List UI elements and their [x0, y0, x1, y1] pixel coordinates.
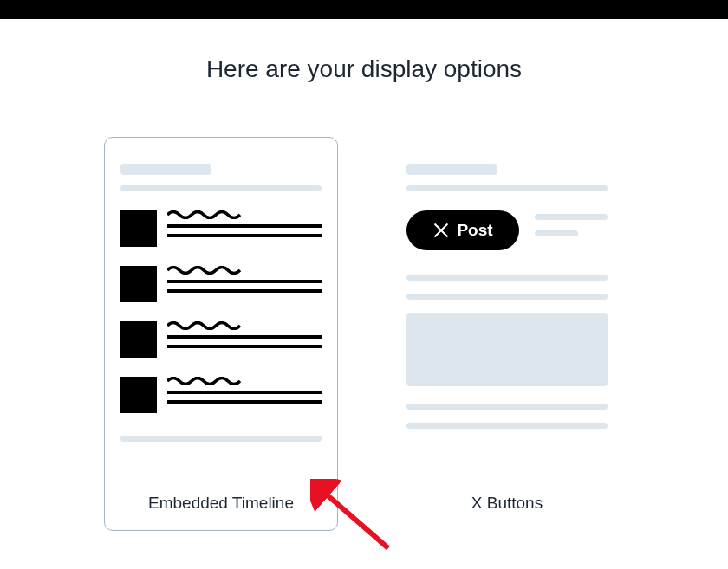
- text-line-placeholder: [167, 345, 322, 348]
- text-line-placeholder: [167, 234, 322, 237]
- post-button-label: Post: [457, 221, 492, 240]
- preview-placeholder-bar: [406, 294, 608, 300]
- timeline-item: [120, 266, 322, 302]
- text-line-placeholder: [167, 280, 322, 283]
- preview-placeholder-bar: [120, 185, 322, 191]
- text-line-placeholder: [167, 224, 322, 228]
- top-black-bar: [0, 0, 728, 19]
- squiggle-line: [167, 321, 322, 330]
- option-x-buttons[interactable]: Post X Buttons: [390, 137, 624, 531]
- page-heading: Here are your display options: [0, 55, 728, 83]
- squiggle-line: [167, 210, 322, 219]
- preview-placeholder-bar: [406, 423, 608, 429]
- option-label: Embedded Timeline: [105, 494, 337, 513]
- timeline-item: [120, 210, 322, 247]
- post-button-preview: Post: [406, 210, 519, 250]
- buttons-preview: Post: [391, 138, 623, 429]
- text-line-placeholder: [167, 335, 322, 339]
- display-options-row: Embedded Timeline Post: [0, 137, 728, 531]
- preview-placeholder-bar: [535, 214, 608, 220]
- timeline-item: [120, 321, 322, 358]
- preview-placeholder-bar: [406, 164, 497, 175]
- squiggle-line: [167, 266, 322, 275]
- squiggle-line: [167, 377, 322, 385]
- preview-placeholder-bar: [120, 164, 211, 175]
- avatar-placeholder: [120, 377, 157, 413]
- preview-placeholder-bar: [120, 436, 322, 442]
- avatar-placeholder: [120, 321, 157, 358]
- preview-placeholder-bar: [406, 275, 608, 281]
- preview-image-placeholder: [406, 313, 608, 386]
- timeline-item: [120, 377, 322, 413]
- avatar-placeholder: [120, 210, 157, 247]
- timeline-preview: [105, 138, 337, 442]
- text-line-placeholder: [167, 289, 322, 293]
- text-line-placeholder: [167, 391, 322, 394]
- x-logo-icon: [432, 222, 450, 239]
- avatar-placeholder: [120, 266, 157, 302]
- preview-placeholder-bar: [535, 230, 578, 236]
- text-line-placeholder: [167, 400, 322, 404]
- option-label: X Buttons: [391, 494, 623, 513]
- preview-placeholder-bar: [406, 185, 608, 191]
- preview-placeholder-bar: [406, 404, 608, 410]
- option-embedded-timeline[interactable]: Embedded Timeline: [104, 137, 338, 531]
